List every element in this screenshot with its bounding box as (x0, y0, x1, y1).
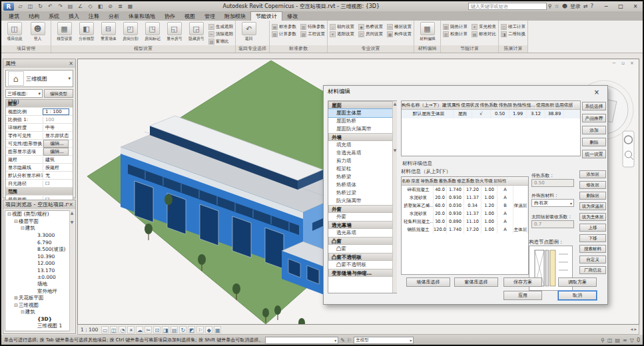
tree-toggle-icon[interactable]: ⊞ (13, 295, 19, 301)
tree-toggle-icon[interactable]: ⊟ (13, 219, 19, 224)
component-tree-item[interactable]: 外窗 (328, 205, 396, 213)
tree-toggle-icon[interactable]: ⊟ (20, 309, 25, 315)
browser-scrollbar[interactable]: ▲▼ (69, 210, 74, 331)
select-by-face-icon[interactable]: ≡ (623, 337, 627, 343)
dialog-side-button[interactable]: 产品推荐 (582, 114, 606, 122)
qat-icon[interactable]: ∠ (76, 3, 85, 11)
view-control-icon[interactable]: ▦ (214, 326, 221, 333)
tree-item[interactable]: ⊞天花板平面 (5, 295, 73, 302)
workset-select[interactable]: ▾ (265, 337, 338, 344)
favorites-icon[interactable]: ☆ (555, 3, 559, 9)
tree-item[interactable]: 12.000 (5, 260, 73, 267)
material-table-row[interactable]: 水泥砂浆 20.0 0.930 11.37 1.00 A (402, 210, 528, 218)
property-row[interactable]: 规程建筑 (6, 156, 73, 164)
component-table-row[interactable]: 默认屋面主体层 屋面 √ 0.50 1.99 3.12 38.89 (402, 110, 580, 118)
tree-item[interactable]: ⊟三维视图 (5, 302, 73, 309)
search-icon[interactable]: ⚲ (548, 3, 552, 9)
qat-icon[interactable]: ↷ (56, 3, 65, 11)
view-control-icon[interactable]: ◆ (205, 326, 212, 333)
qat-icon[interactable]: ↻ (36, 3, 45, 11)
tree-item[interactable]: ±0.000 (5, 274, 73, 281)
component-tree-item[interactable]: 剪力墙 (328, 157, 396, 165)
component-tree-item[interactable]: 屋面防火隔离带 (328, 125, 396, 133)
layer-button[interactable]: 设为保温层 (579, 202, 606, 210)
tree-item[interactable]: 3.3000 (5, 232, 73, 240)
view-control-icon[interactable]: ☁ (136, 326, 143, 333)
qat-icon[interactable]: ◫ (26, 3, 35, 11)
dialog-side-button[interactable]: 删除 (582, 138, 606, 146)
component-tree-item[interactable]: 凸窗 (328, 237, 396, 245)
edit-type-button[interactable]: 编辑类型 (44, 89, 73, 98)
select-pinned-icon[interactable]: ▤ (615, 337, 620, 343)
design-option-select[interactable]: 主模型▾ (354, 337, 414, 344)
component-tree-scrollbar[interactable]: ▲▼ (392, 101, 397, 293)
ribbon-small-button[interactable]: ▨窗墙比 (208, 38, 233, 45)
component-tree-item[interactable]: 热桥梁 (328, 173, 396, 181)
ribbon-small-button[interactable]: ▥权衡计算 (443, 31, 468, 37)
material-table-row[interactable]: 轻集料混凝土… 30.0 0.890 11.10 1.00 A (402, 218, 528, 226)
qat-icon[interactable]: ◇ (86, 3, 95, 11)
close-button[interactable]: × (628, 2, 643, 11)
window-library-button[interactable]: 窗体库选择 (454, 277, 498, 287)
dialog-side-button[interactable]: 添加 (582, 126, 606, 134)
ribbon-tab[interactable]: 管理 (200, 12, 220, 21)
ribbon-small-button[interactable]: ▱生成遮阳 (208, 23, 233, 30)
tree-item[interactable]: 10.390 (5, 253, 73, 260)
ribbon-small-button[interactable]: ◰房间设置 (358, 31, 383, 37)
ribbon-small-button[interactable]: ✂清除遮阳 (208, 31, 233, 37)
qat-icon[interactable]: ⊘ (106, 3, 115, 11)
ribbon-tab[interactable]: 体量和场地 (124, 12, 160, 21)
ribbon-button[interactable]: ◫项目信息 (3, 22, 25, 42)
ribbon-button[interactable]: ☻登入 (27, 22, 49, 42)
ribbon-small-button[interactable]: ▤标准参数 (272, 23, 296, 30)
component-tree-item[interactable]: 透光幕墙 (328, 229, 396, 237)
ribbon-small-button[interactable]: ◫竣工计算 (501, 23, 525, 30)
view-scale[interactable]: 1 : 100 (81, 327, 98, 333)
ribbon-small-button[interactable]: ▨工程设置 (300, 31, 325, 37)
ribbon-button[interactable]: ◰房间分割 (119, 22, 141, 42)
ribbon-button[interactable]: ◱显示房号 (163, 22, 185, 42)
navigation-bar[interactable] (623, 131, 634, 167)
login-label[interactable]: 登录 (570, 3, 581, 10)
tree-item[interactable]: ⊟建筑 (5, 225, 73, 232)
qat-icon[interactable]: ▱ (16, 3, 25, 11)
tree-toggle-icon[interactable]: ⊟ (13, 303, 19, 308)
property-row[interactable]: 范围 (6, 188, 73, 196)
ribbon-small-button[interactable]: ◆热桥设置 (358, 23, 383, 30)
app-menu-button[interactable]: R (3, 3, 14, 11)
component-tree-item[interactable]: 外墙 (328, 133, 396, 141)
dialog-close-icon[interactable]: × (590, 88, 603, 96)
property-row[interactable]: 图形 (6, 100, 73, 108)
material-table-row[interactable]: 钢筋混凝土 120.0 1.740 17.20 1.00 A 主体层 (402, 226, 528, 234)
ribbon-tab[interactable]: 建筑 (4, 12, 24, 21)
ribbon-small-button[interactable]: ▤标准对比 (472, 31, 496, 37)
view-control-icon[interactable]: ⚐ (196, 326, 204, 333)
layer-button[interactable]: 下移 (579, 234, 606, 242)
tree-item[interactable]: ⊟视图 (类型/规程) (5, 211, 73, 218)
ribbon-tab[interactable]: 修改 (282, 12, 302, 21)
worksharing-display-icon[interactable]: ⚐ (347, 337, 352, 343)
ribbon-small-button[interactable]: ▧计算参数 (272, 31, 296, 37)
property-row[interactable]: 默认分析显示样式无 (6, 172, 73, 180)
ribbon-tab[interactable]: 附加模块 (220, 12, 250, 21)
ribbon-small-button[interactable]: ▧隔热计算 (443, 23, 468, 30)
property-row[interactable]: 可见性/图形替换编辑... (6, 140, 73, 148)
filter-icon[interactable]: ▽ (630, 337, 634, 343)
view-control-icon[interactable]: ✂ (145, 326, 152, 333)
help-icon[interactable]: ? (591, 3, 593, 9)
view-control-icon[interactable]: ☀ (127, 326, 135, 333)
qat-icon[interactable]: ◧ (96, 3, 105, 11)
ribbon-button[interactable]: ◧分析模型 (75, 22, 97, 42)
property-row[interactable]: 零件可见性显示原状态 (6, 132, 73, 140)
view-control-icon[interactable]: ▤ (170, 326, 178, 333)
minimize-button[interactable]: − (599, 2, 613, 11)
tree-item[interactable]: ⊟楼层平面 (5, 218, 73, 226)
property-row[interactable]: 显示隐藏线按规程 (6, 164, 73, 172)
view-instance-combo[interactable]: 三维视图: {3D}▾ (5, 89, 43, 98)
qat-icon[interactable]: ≣ (116, 3, 125, 11)
tree-item[interactable]: ⊟建筑 (5, 309, 73, 316)
ribbon-button[interactable]: ◳房间标记 (141, 22, 163, 42)
material-table-row[interactable]: 挤塑聚苯乙烯… 60.0 0.030 0.34 1.20 B 保温层 (402, 202, 528, 210)
ribbon-small-button[interactable]: ▦构件设置 (387, 31, 412, 37)
component-tree-item[interactable]: 屋面热桥 (328, 117, 396, 125)
